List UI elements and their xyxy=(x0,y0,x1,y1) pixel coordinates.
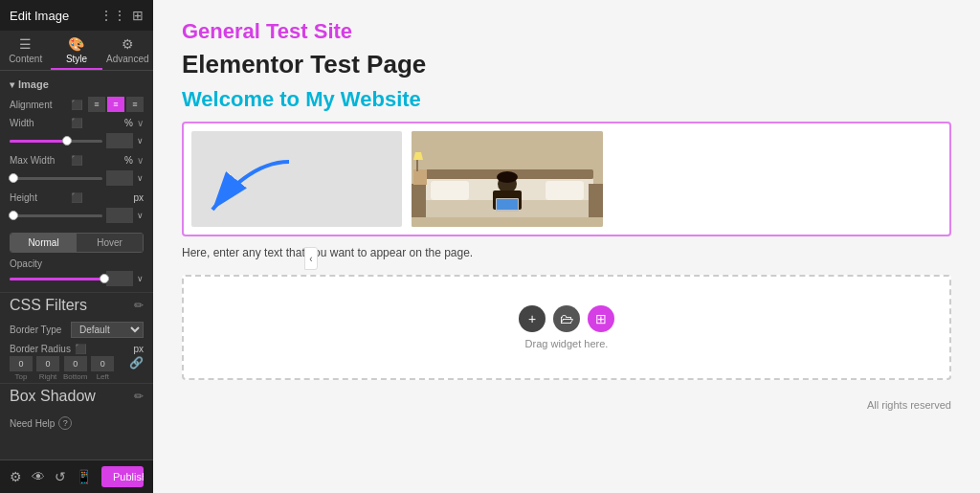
collapse-arrow-btn[interactable]: ‹ xyxy=(304,247,318,270)
align-center-btn[interactable]: ≡ xyxy=(107,97,124,112)
state-tabs: Normal Hover xyxy=(10,233,144,253)
preview-icon[interactable]: 👁 xyxy=(32,469,45,484)
state-normal-tab[interactable]: Normal xyxy=(11,234,77,252)
box-shadow-label: Box Shadow xyxy=(10,388,96,405)
bottom-bar: ⚙ 👁 ↺ 📱 Publish ▲ xyxy=(0,459,153,493)
advanced-icon: ⚙ xyxy=(122,36,134,52)
opacity-slider-row: ∨ xyxy=(10,271,144,286)
radius-top-group: Top xyxy=(10,356,33,381)
tab-advanced-label: Advanced xyxy=(106,54,148,64)
grid-icon[interactable]: ⊞ xyxy=(132,8,144,23)
max-width-slider-thumb[interactable] xyxy=(9,173,18,183)
border-radius-row: Border Radius ⬛ px Top Right Bottom xyxy=(0,342,153,383)
left-panel: Edit Image ⋮⋮ ⊞ ☰ Content 🎨 Style ⚙ Adva… xyxy=(0,0,153,493)
opacity-input[interactable] xyxy=(106,271,133,286)
border-radius-label: Border Radius xyxy=(10,344,71,354)
publish-button-group: Publish ▲ xyxy=(101,466,144,487)
alignment-row: Alignment ⬛ ≡ ≡ ≡ xyxy=(0,94,153,115)
radius-left-input[interactable] xyxy=(91,356,114,371)
history-icon[interactable]: ↺ xyxy=(55,469,66,484)
radius-left-label: Left xyxy=(97,372,109,381)
image-placeholder-left xyxy=(191,131,402,227)
width-unit: % xyxy=(124,118,133,128)
max-width-slider-row: ∨ xyxy=(0,168,153,190)
bedroom-svg xyxy=(412,131,603,227)
radius-right-input[interactable] xyxy=(36,356,59,371)
add-widget-icon[interactable]: + xyxy=(519,305,546,332)
width-unit-btn[interactable]: ∨ xyxy=(137,136,144,146)
panel-header-icons: ⋮⋮ ⊞ xyxy=(100,8,144,23)
link-icon[interactable]: 🔗 xyxy=(129,356,144,381)
height-unit: px xyxy=(133,192,144,203)
image-section-title: Image xyxy=(0,71,153,94)
width-icon: ⬛ xyxy=(71,118,82,128)
max-width-row: Max Width ⬛ % ∨ xyxy=(0,152,153,168)
grid-widget-icon[interactable]: ⊞ xyxy=(588,305,614,332)
max-width-input[interactable] xyxy=(106,170,133,186)
max-width-slider-track[interactable] xyxy=(10,177,102,180)
panel-header: Edit Image ⋮⋮ ⊞ xyxy=(0,0,153,31)
height-slider-thumb[interactable] xyxy=(9,211,18,220)
folder-icon[interactable]: 🗁 xyxy=(553,305,580,332)
publish-button[interactable]: Publish xyxy=(101,466,144,487)
css-filters-row: CSS Filters ✏ xyxy=(0,292,153,318)
radius-top-label: Top xyxy=(15,372,28,381)
responsive-icon[interactable]: 📱 xyxy=(76,469,92,484)
tab-advanced[interactable]: ⚙ Advanced xyxy=(102,31,153,70)
radius-right-label: Right xyxy=(39,372,57,381)
width-input[interactable] xyxy=(106,133,133,148)
width-label: Width xyxy=(10,118,67,128)
tab-content-label: Content xyxy=(9,54,42,64)
width-slider-thumb[interactable] xyxy=(62,136,72,146)
help-icon[interactable]: ? xyxy=(58,416,72,430)
menu-icon[interactable]: ⋮⋮ xyxy=(100,8,126,23)
content-icon: ☰ xyxy=(19,36,32,52)
css-filters-pencil-icon[interactable]: ✏ xyxy=(134,299,144,312)
drag-widget-label: Drag widget here. xyxy=(525,338,609,349)
align-right-btn[interactable]: ≡ xyxy=(126,97,144,112)
svg-rect-13 xyxy=(416,160,418,171)
height-label: Height xyxy=(10,192,67,203)
image-section xyxy=(182,122,951,236)
max-width-label: Max Width xyxy=(10,155,67,166)
border-type-select[interactable]: Default xyxy=(71,322,144,338)
svg-rect-11 xyxy=(412,184,426,217)
max-width-unit-btn[interactable]: ∨ xyxy=(137,173,144,183)
style-icon: 🎨 xyxy=(68,36,84,52)
max-width-icon: ⬛ xyxy=(71,155,82,166)
width-toggle[interactable]: ∨ xyxy=(137,118,144,128)
radius-right-group: Right xyxy=(36,356,59,381)
tab-style[interactable]: 🎨 Style xyxy=(51,31,101,70)
svg-rect-3 xyxy=(431,181,469,200)
radius-top-input[interactable] xyxy=(10,356,33,371)
width-slider-track[interactable] xyxy=(10,140,102,143)
max-width-toggle[interactable]: ∨ xyxy=(137,155,144,166)
need-help-label: Need Help xyxy=(10,418,55,429)
height-slider-track[interactable] xyxy=(10,214,102,217)
height-input[interactable] xyxy=(106,208,133,223)
tab-content[interactable]: ☰ Content xyxy=(0,31,51,70)
state-hover-tab[interactable]: Hover xyxy=(77,234,143,252)
section-heading: Welcome to My Website xyxy=(182,87,951,112)
page-title: Elementor Test Page xyxy=(182,50,951,79)
box-shadow-row: Box Shadow ✏ xyxy=(0,383,153,409)
border-radius-icon: ⬛ xyxy=(75,344,86,354)
align-left-btn[interactable]: ≡ xyxy=(88,97,105,112)
box-shadow-pencil-icon[interactable]: ✏ xyxy=(134,390,144,403)
border-type-label: Border Type xyxy=(10,325,67,335)
height-row: Height ⬛ px xyxy=(0,190,153,206)
footer: All rights reserved xyxy=(182,399,951,411)
settings-icon[interactable]: ⚙ xyxy=(10,469,22,484)
need-help-row: Need Help ? xyxy=(0,409,153,437)
border-radius-label-row: Border Radius ⬛ px xyxy=(10,344,144,354)
width-slider-fill xyxy=(10,140,65,143)
opacity-unit-btn[interactable]: ∨ xyxy=(137,274,144,283)
svg-rect-12 xyxy=(413,169,427,185)
radius-bottom-input[interactable] xyxy=(64,356,87,371)
svg-rect-4 xyxy=(546,181,584,200)
opacity-slider-fill xyxy=(10,278,102,280)
border-type-row: Border Type Default xyxy=(0,318,153,342)
height-unit-btn[interactable]: ∨ xyxy=(137,211,144,220)
opacity-slider-track[interactable] xyxy=(10,278,102,280)
max-width-unit: % xyxy=(124,155,133,166)
